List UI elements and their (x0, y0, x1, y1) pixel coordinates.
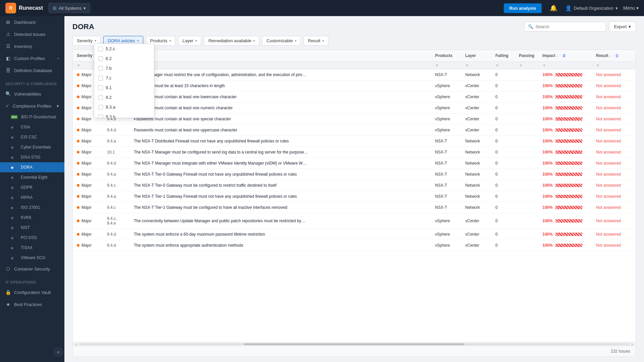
search-box[interactable]: 🔍 (524, 22, 606, 32)
filter-dora-label: DORA articles (108, 38, 135, 43)
table-row[interactable]: Major NSX-T Manager must restrict the us… (73, 69, 636, 80)
dropdown-checkbox[interactable] (98, 115, 103, 118)
run-analysis-button[interactable]: Run analysis (504, 3, 541, 13)
table-scroll-area[interactable]: Severity ↑ Title ↑ (73, 50, 636, 342)
table-row[interactable]: Major 9.4.d Passwords must contain at le… (73, 125, 636, 136)
sidebar-item-tisax[interactable]: ◉ TISAX (0, 243, 64, 253)
cell-layer: vCenter (461, 125, 491, 136)
dropdown-checkbox[interactable] (98, 66, 103, 71)
sidebar-item-pci-dss[interactable]: ◉ PCI DSS (0, 233, 64, 243)
filter-result[interactable]: Result ▾ (304, 36, 328, 46)
dropdown-checkbox[interactable] (98, 95, 103, 100)
cell-severity: Major (73, 229, 103, 240)
sidebar-item-definition-database[interactable]: 🗄 Definition Database (0, 64, 64, 76)
top-navigation: R Runecast ⊞ All Systems ▾ Run analysis … (0, 0, 644, 16)
compliance-profiles-group[interactable]: ✓ Compliance Profiles ▾ (0, 100, 64, 112)
search-input[interactable] (535, 24, 602, 29)
severity-dot (77, 84, 79, 87)
cell-layer: Network (461, 147, 491, 158)
sidebar-item-vmware-scg[interactable]: ◉ VMware SCG (0, 253, 64, 263)
table-row[interactable]: Major 9.4.d Passwords must contain at le… (73, 114, 636, 125)
sidebar-item-label: Definition Database (14, 68, 52, 73)
table-row[interactable]: Major 9.4.d The system must enforce appr… (73, 240, 636, 251)
sidebar-item-bsi[interactable]: BSI BSI IT-Grundschutz (0, 112, 64, 122)
sidebar-item-dashboard[interactable]: ⊞ Dashboard (0, 16, 64, 28)
table-row[interactable]: Major Passwords must contain at least on… (73, 92, 636, 103)
filter-passing-cell: ▼ (515, 62, 538, 69)
chevron-down-icon: ▾ (322, 39, 324, 43)
dropdown-item[interactable]: 6.2 (94, 54, 154, 63)
table-row[interactable]: Major 9.4.a The NSX-T Tier-0 Gateway Fir… (73, 169, 636, 180)
dropdown-item[interactable]: 9.2 (94, 93, 154, 102)
sidebar-item-hipaa[interactable]: ◉ HIPAA (0, 192, 64, 202)
sidebar-item-detected-issues[interactable]: ⚠ Detected Issues (0, 28, 64, 40)
dropdown-item[interactable]: 9.3.b (94, 112, 154, 118)
org-selector[interactable]: 👤 Default Organization ▾ (565, 5, 618, 11)
scrollbar-thumb[interactable] (244, 343, 465, 345)
sidebar-item-iso-27001[interactable]: ◉ ISO 27001 (0, 202, 64, 213)
sidebar-item-best-practices[interactable]: ★ Best Practices (0, 298, 64, 310)
sidebar-item-cyber-essentials[interactable]: ◉ Cyber Essentials (0, 142, 64, 152)
cell-article: 9.4.c, 9.4.e (103, 213, 130, 229)
sidebar-item-essential-eight[interactable]: ◉ Essential Eight (0, 172, 64, 182)
severity-dot (77, 206, 79, 209)
dropdown-item[interactable]: 9.1 (94, 83, 154, 93)
table-row[interactable]: Major 9.4.a The NSX-T Distributed Firewa… (73, 136, 636, 147)
table-row[interactable]: Major 9.4.d The system must enforce a 60… (73, 229, 636, 240)
filter-remediation[interactable]: Remediation available ▾ (204, 36, 259, 46)
cell-impact: 100% (538, 80, 592, 92)
table-row[interactable]: Major 9.4.c, 9.4.e The connectivity betw… (73, 213, 636, 229)
table-row[interactable]: Major Passwords must be at least 15 char… (73, 80, 636, 92)
table-row[interactable]: Major 9.4.d Passwords must contain at le… (73, 103, 636, 114)
dropdown-item[interactable]: 9.3.a (94, 102, 154, 112)
sidebar-item-kvkk[interactable]: ◉ KVKK (0, 213, 64, 223)
severity-label: Major (82, 150, 92, 155)
filter-layer[interactable]: Layer ▾ (178, 36, 202, 46)
dropdown-checkbox[interactable] (98, 56, 103, 61)
sidebar-item-custom-profiles[interactable]: ◧ Custom Profiles ▾ (0, 52, 64, 64)
sidebar-item-dora[interactable]: ◉ DORA (0, 162, 64, 172)
table-row[interactable]: Major 10.1 The NSX-T Manager must be con… (73, 147, 636, 158)
dropdown-item[interactable]: 7.b (94, 63, 154, 73)
col-impact[interactable]: Impact ↓ 3 (538, 50, 592, 62)
dropdown-checkbox[interactable] (98, 47, 103, 51)
cell-result: Not answered (592, 202, 636, 213)
sidebar-item-nist[interactable]: ◉ NIST (0, 223, 64, 233)
dropdown-checkbox[interactable] (98, 76, 103, 80)
sidebar-item-inventory[interactable]: ☰ Inventory (0, 40, 64, 52)
sidebar-item-container-security[interactable]: ⬡ Container Security (0, 263, 64, 275)
col-layer[interactable]: Layer (461, 50, 491, 62)
cis-icon: ◉ (11, 135, 17, 139)
col-result[interactable]: Result ↓ 1 (592, 50, 636, 62)
notifications-button[interactable]: 🔔 (547, 3, 560, 13)
menu-button[interactable]: Menu ▾ (623, 5, 639, 11)
col-passing[interactable]: Passing (515, 50, 538, 62)
app-logo[interactable]: R Runecast (5, 3, 43, 13)
col-title[interactable]: Title ↑ 4 (130, 50, 431, 62)
table-row[interactable]: Major 9.4.d The NSX-T Manager must integ… (73, 158, 636, 169)
sidebar-item-disa-stig[interactable]: ◉ DISA STIG (0, 152, 64, 162)
export-button[interactable]: Export ▾ (609, 21, 636, 32)
dropdown-scroll-area[interactable]: 5.2.c 6.2 7.b 7.c 9.1 9.2 9.3.a 9.3.b (94, 44, 154, 118)
dropdown-item[interactable]: 7.c (94, 73, 154, 83)
sidebar-collapse-button[interactable]: « (54, 347, 63, 357)
col-failing[interactable]: Failing (491, 50, 515, 62)
system-selector[interactable]: ⊞ All Systems ▾ (48, 3, 90, 13)
col-products[interactable]: Products (431, 50, 461, 62)
sidebar-item-label: Cyber Essentials (21, 145, 51, 149)
dropdown-item[interactable]: 5.2.c (94, 44, 154, 54)
table-row[interactable]: Major 9.4.c The NSX-T Tier-0 Gateway mus… (73, 180, 636, 191)
filter-customizable[interactable]: Customizable ▾ (262, 36, 301, 46)
sidebar-item-cisa[interactable]: ◉ CISA (0, 122, 64, 132)
sidebar-item-gdpr[interactable]: ◉ GDPR (0, 182, 64, 192)
cell-result: Not answered (592, 229, 636, 240)
dropdown-checkbox[interactable] (98, 105, 103, 110)
sidebar-item-cis-csc[interactable]: ◉ CIS CSC (0, 132, 64, 142)
horizontal-scrollbar[interactable]: ‹ › (73, 342, 636, 346)
cell-title: The system must enforce appropriate auth… (130, 240, 431, 251)
sidebar-item-vulnerabilities[interactable]: 🔍 Vulnerabilities (0, 88, 64, 100)
table-row[interactable]: Major 9.4.a The NSX-T Tier-1 Gateway Fir… (73, 191, 636, 202)
sidebar-item-configuration-vault[interactable]: 🔒 Configuration Vault (0, 286, 64, 298)
dropdown-checkbox[interactable] (98, 85, 103, 90)
table-row[interactable]: Major 9.4.c The NSX-T Tier-1 Gateway mus… (73, 202, 636, 213)
